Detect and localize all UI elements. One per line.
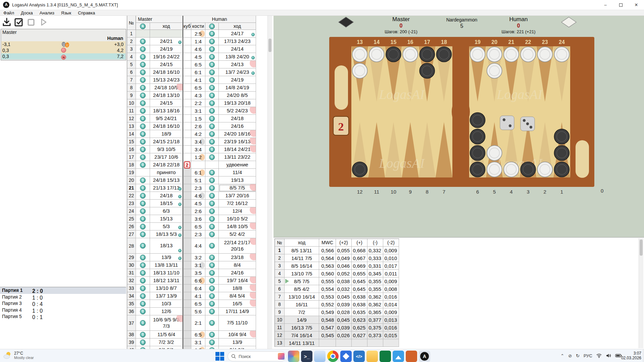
human-move-cell[interactable]: 9/4 3/1 — [219, 346, 256, 349]
master-move-cell[interactable]: 24/15 21/18 — [150, 138, 183, 146]
human-analysis-cell[interactable]: 0 — [205, 153, 219, 161]
cube-cell[interactable] — [183, 130, 191, 138]
dice-cell[interactable]: 1:4 — [191, 38, 205, 45]
human-analysis-cell[interactable]: 0 — [205, 184, 219, 192]
human-analysis-cell[interactable]: 0 — [205, 122, 219, 130]
master-analysis-cell[interactable]: 0 — [136, 107, 150, 115]
human-analysis-cell[interactable]: 0 — [205, 346, 219, 349]
cube-cell[interactable] — [183, 277, 191, 285]
cube-cell[interactable] — [183, 254, 191, 261]
move-list-scrollbar[interactable] — [267, 16, 272, 349]
cube-cell[interactable] — [183, 84, 191, 92]
analysis-row[interactable]: 68/5 4/20,5540,0320,6450,3550,008 — [275, 285, 399, 293]
master-move-cell[interactable]: 24/18 22/18 — [150, 161, 183, 169]
master-analysis-cell[interactable]: 0 — [136, 92, 150, 99]
human-analysis-cell[interactable]: 0 — [205, 207, 219, 215]
master-move-cell[interactable]: 12/6 — [150, 308, 183, 315]
human-move-cell[interactable]: 24/18 — [219, 115, 256, 122]
dice-cell[interactable]: 2:3 — [191, 230, 205, 238]
cube-cell[interactable] — [183, 315, 191, 331]
dice-cell[interactable]: 4:4 — [191, 238, 205, 254]
human-move-cell[interactable]: 16/5 — [219, 300, 256, 308]
cube-cell[interactable] — [183, 285, 191, 292]
human-move-cell[interactable]: 24/16 — [219, 269, 256, 277]
human-move-cell[interactable]: 23/19 16/13 — [219, 138, 256, 146]
dice-cell[interactable]: 4:1 — [191, 292, 205, 300]
master-move-cell[interactable]: 24/18 16/10 — [150, 68, 183, 76]
human-move-cell[interactable]: 14/8 10/5 — [219, 223, 256, 230]
master-move-cell[interactable]: 6/3 — [150, 207, 183, 215]
master-move-cell[interactable]: 13/8 13/11 — [150, 261, 183, 269]
taskbar-clock[interactable]: 3:07 02.03.2026 — [621, 351, 641, 360]
human-analysis-cell[interactable]: 0 — [205, 107, 219, 115]
analysis-row[interactable]: 18/5 13/110,5660,0550,6680,3320,009 — [275, 247, 399, 254]
taskbar-app-game-icon[interactable] — [406, 351, 417, 362]
human-analysis-cell[interactable]: 0 — [205, 68, 219, 76]
dice-cell[interactable]: 3:4 — [191, 138, 205, 146]
master-move-cell[interactable]: 24/18 13/10 — [150, 92, 183, 99]
stop-button[interactable] — [26, 17, 37, 28]
human-move-cell[interactable]: 24/19 — [219, 76, 256, 84]
dice-cell[interactable]: 2:2 — [191, 99, 205, 107]
dice-cell[interactable]: 6:1 — [191, 68, 205, 76]
master-analysis-cell[interactable]: 0 — [136, 53, 150, 61]
minimize-button[interactable]: – — [598, 0, 613, 10]
cube-cell[interactable] — [183, 192, 191, 200]
dice-cell[interactable]: 4:5 — [191, 53, 205, 61]
master-move-cell[interactable]: 24/18 — [150, 192, 183, 200]
dice-cell[interactable]: 6:6 — [191, 277, 205, 285]
cube-cell[interactable] — [183, 169, 191, 176]
dice-cell[interactable]: 6:5 — [191, 223, 205, 230]
cube-cell[interactable] — [183, 207, 191, 215]
master-move-cell[interactable]: 10/6 9/5 9/5 7/3 — [150, 315, 183, 331]
human-move-cell[interactable]: 18/14 24/21 — [219, 146, 256, 153]
master-analysis-cell[interactable]: 0 — [136, 277, 150, 285]
cube-cell[interactable] — [183, 76, 191, 84]
cube-cell[interactable] — [183, 107, 191, 115]
human-analysis-cell[interactable]: 0 — [205, 285, 219, 292]
game-list-item[interactable]: Партия 30 : 4 — [0, 300, 126, 307]
dice-cell[interactable]: 2:6 — [191, 207, 205, 215]
master-move-cell[interactable]: 18/13 — [150, 238, 183, 254]
cube-cell[interactable] — [183, 115, 191, 122]
cube-cell[interactable] — [183, 184, 191, 192]
dice-cell[interactable]: 2:1 — [191, 315, 205, 331]
cube-cell[interactable] — [183, 68, 191, 76]
human-analysis-cell[interactable]: 0 — [205, 130, 219, 138]
master-move-cell[interactable]: 18/13 11/10 — [150, 269, 183, 277]
human-analysis-cell[interactable]: 0 — [205, 331, 219, 339]
master-move-cell[interactable]: 24/15 — [150, 61, 183, 68]
master-analysis-cell[interactable] — [136, 30, 150, 38]
scrollbar-thumb[interactable] — [268, 39, 271, 52]
master-move-cell[interactable]: принято — [150, 169, 183, 176]
human-analysis-cell[interactable]: 0 — [205, 146, 219, 153]
dice-cell[interactable]: 6:5 — [191, 61, 205, 68]
human-move-cell[interactable]: 7/5 11/10 — [219, 315, 256, 331]
master-move-cell[interactable]: 24/15 — [150, 99, 183, 107]
start-button[interactable] — [215, 351, 225, 361]
master-move-cell[interactable]: 6/1 5/1 — [150, 346, 183, 349]
human-analysis-cell[interactable]: 0 — [205, 30, 219, 38]
cube-cell[interactable] — [183, 300, 191, 308]
dice-cell[interactable]: 2:6 — [191, 122, 205, 130]
master-analysis-cell[interactable]: 0 — [136, 192, 150, 200]
master-analysis-cell[interactable]: 0 — [136, 115, 150, 122]
analysis-scrollbar[interactable] — [639, 238, 643, 348]
dice-cell[interactable]: 4:6 — [191, 192, 205, 200]
master-analysis-cell[interactable]: 0 — [136, 261, 150, 269]
dice-cell[interactable]: 6:4 — [191, 285, 205, 292]
human-analysis-cell[interactable]: 0 — [205, 269, 219, 277]
game-list-item[interactable]: Партия 21 : 0 — [0, 294, 126, 301]
dice-cell[interactable]: 6:1 — [191, 169, 205, 176]
human-analysis-cell[interactable]: 0 — [205, 292, 219, 300]
cube-cell[interactable] — [183, 215, 191, 223]
human-move-cell[interactable]: 8/4 — [219, 261, 256, 269]
master-analysis-cell[interactable]: 0 — [136, 300, 150, 308]
taskbar-app-console-icon[interactable]: >_ — [301, 351, 312, 362]
dice-cell[interactable]: 6:5 — [191, 300, 205, 308]
master-move-cell[interactable]: 18/13 18/16 — [150, 107, 183, 115]
human-analysis-cell[interactable]: 0 — [205, 230, 219, 238]
load-match-button[interactable] — [1, 17, 12, 28]
taskbar-app-gallery-icon[interactable] — [393, 351, 404, 362]
human-analysis-cell[interactable]: 0 — [205, 61, 219, 68]
